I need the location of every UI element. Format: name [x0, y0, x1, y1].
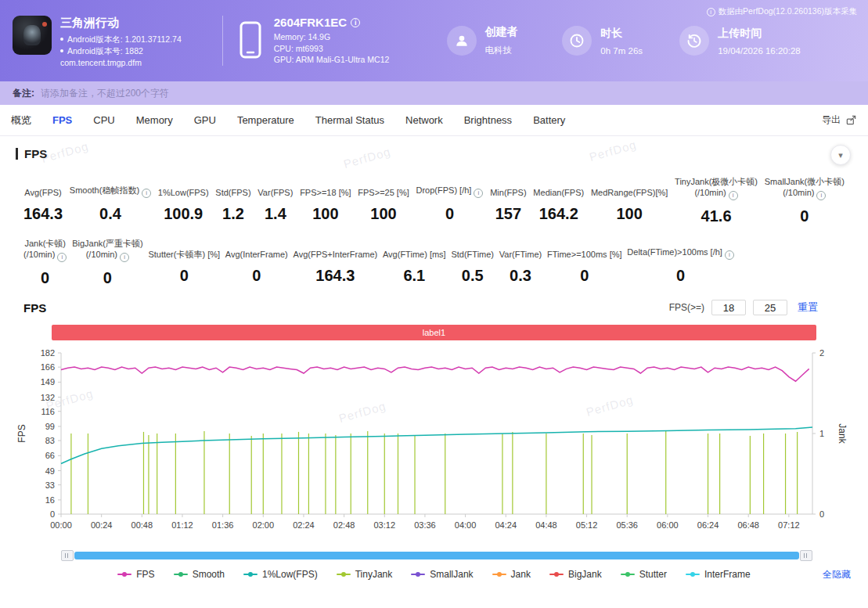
chart-title: FPS [23, 301, 46, 315]
stat-value: 0 [225, 267, 288, 285]
legend-label: BigJank [568, 569, 602, 580]
svg-text:03:36: 03:36 [414, 520, 436, 530]
tab-GPU[interactable]: GPU [194, 114, 216, 126]
stat: Jank(卡顿)(/10min)i0 [23, 238, 67, 287]
svg-text:06:24: 06:24 [697, 520, 719, 530]
history-clock-icon [679, 26, 709, 56]
reset-link[interactable]: 重置 [798, 300, 818, 315]
stat: Avg(FTime) [ms]6.1 [383, 238, 446, 287]
upload-block: 上传时间 19/04/2026 16:20:28 [679, 26, 855, 56]
stat-value: 0 [23, 269, 67, 287]
tab-Memory[interactable]: Memory [136, 114, 173, 126]
fps-threshold-input-2[interactable] [753, 300, 787, 315]
legend-label: InterFrame [704, 569, 751, 580]
hide-all-link[interactable]: 全隐藏 [823, 568, 851, 581]
stat: Stutter(卡顿率) [%]0 [148, 238, 220, 287]
y-left-title: FPS [16, 424, 27, 442]
chart-header: FPS FPS(>=) 重置 [0, 300, 868, 315]
scrollbar-left-grip[interactable] [61, 550, 74, 561]
info-icon[interactable]: i [142, 189, 151, 198]
stat-value: 6.1 [383, 267, 446, 285]
svg-text:06:00: 06:00 [657, 520, 679, 530]
package-name: com.tencent.tmgp.dfm [60, 57, 182, 69]
stat-label: Min(FPS) [490, 176, 526, 198]
info-icon[interactable]: i [729, 191, 738, 200]
clock-icon [562, 26, 592, 56]
stat: Min(FPS)157 [490, 176, 526, 225]
tab-FPS[interactable]: FPS [52, 114, 72, 126]
upload-texts: 上传时间 19/04/2026 16:20:28 [718, 27, 801, 56]
legend: FPSSmooth1%Low(FPS)TinyJankSmallJankJank… [117, 569, 750, 580]
legend-item-InterFrame[interactable]: InterFrame [686, 569, 751, 580]
stat-value: 100.9 [158, 205, 209, 223]
duration-value: 0h 7m 26s [600, 46, 643, 56]
legend-item-SmallJank[interactable]: SmallJank [411, 569, 473, 580]
legend-item-BigJank[interactable]: BigJank [549, 569, 602, 580]
info-icon[interactable]: i [120, 253, 129, 262]
stat: 1%Low(FPS)100.9 [158, 176, 209, 225]
svg-text:04:48: 04:48 [535, 520, 557, 530]
legend-marker [549, 574, 564, 575]
export-button[interactable]: 导出 [822, 113, 857, 127]
stat-value: 0.5 [451, 267, 494, 285]
legend-label: 1%Low(FPS) [262, 569, 318, 580]
stats-row-1: Avg(FPS)164.3Smooth(稳帧指数)i0.41%Low(FPS)1… [0, 176, 868, 225]
legend-marker [686, 574, 700, 575]
info-icon[interactable]: i [57, 253, 67, 262]
stat-value: 0.4 [70, 205, 151, 223]
scrollbar-track[interactable] [74, 552, 799, 559]
device-info-icon[interactable]: i [351, 18, 360, 27]
section-accent-bar [16, 148, 18, 160]
legend-marker [337, 574, 351, 575]
stat-value: 1.2 [215, 205, 250, 223]
note-input[interactable] [41, 88, 855, 99]
legend-label: SmallJank [430, 569, 473, 580]
stat: FPS>=25 [%]100 [358, 176, 409, 225]
tab-Brightness[interactable]: Brightness [464, 114, 512, 126]
app-block: 三角洲行动 Android版本名: 1.201.37112.74 Android… [13, 13, 218, 69]
stat: Delta(FTime)>100ms [/h]i0 [627, 238, 734, 287]
tab-Thermal Status[interactable]: Thermal Status [315, 114, 384, 126]
tab-概览[interactable]: 概览 [11, 113, 31, 128]
tab-Battery[interactable]: Battery [533, 114, 565, 126]
info-icon[interactable]: i [474, 189, 483, 198]
fps-section-header: FPS ▾ [0, 147, 868, 160]
svg-text:0: 0 [50, 509, 55, 519]
legend-item-Stutter[interactable]: Stutter [621, 569, 667, 580]
threshold-label: FPS(>=) [669, 302, 704, 313]
note-label: 备注: [13, 87, 34, 100]
tab-bar: 概览FPSCPUMemoryGPUTemperatureThermal Stat… [0, 105, 868, 136]
device-info: 2604FRK1EC i Memory: 14.9G CPU: mt6993 G… [274, 16, 390, 66]
legend-item-TinyJank[interactable]: TinyJank [337, 569, 393, 580]
collapse-button[interactable]: ▾ [830, 145, 851, 165]
stat: Median(FPS)164.2 [533, 176, 584, 225]
tab-Temperature[interactable]: Temperature [237, 114, 294, 126]
legend-marker [621, 574, 635, 575]
legend-marker [411, 574, 425, 575]
tab-CPU[interactable]: CPU [93, 114, 114, 126]
info-icon[interactable]: i [725, 250, 734, 260]
fps-threshold-input-1[interactable] [711, 300, 746, 315]
device-gpu: GPU: ARM Mali-G1-Ultra MC12 [274, 54, 390, 66]
perfdog-report-page: 三角洲行动 Android版本名: 1.201.37112.74 Android… [0, 0, 868, 608]
stat-value: 100 [300, 205, 351, 223]
svg-text:16: 16 [45, 495, 55, 505]
legend-item-1%Low(FPS)[interactable]: 1%Low(FPS) [243, 569, 318, 580]
stat: Std(FTime)0.5 [451, 238, 494, 287]
chart-scrollbar [61, 550, 812, 561]
stat: Std(FPS)1.2 [215, 176, 250, 225]
svg-text:132: 132 [41, 393, 55, 402]
legend-item-FPS[interactable]: FPS [117, 569, 154, 580]
tab-Network[interactable]: Network [405, 114, 443, 126]
legend-item-Jank[interactable]: Jank [492, 569, 531, 580]
info-icon[interactable]: i [816, 191, 826, 200]
stat-label: BigJank(严重卡顿)(/10min)i [72, 238, 142, 262]
upload-value: 19/04/2026 16:20:28 [718, 46, 801, 56]
stat-value: 157 [490, 205, 526, 223]
legend-item-Smooth[interactable]: Smooth [174, 569, 225, 580]
svg-text:03:12: 03:12 [374, 520, 396, 530]
stat-label: Avg(FTime) [ms] [383, 238, 446, 260]
stat-label: TinyJank(极微小卡顿)(/10min)i [675, 176, 758, 200]
scrollbar-right-grip[interactable] [800, 550, 812, 561]
app-icon [13, 16, 52, 55]
